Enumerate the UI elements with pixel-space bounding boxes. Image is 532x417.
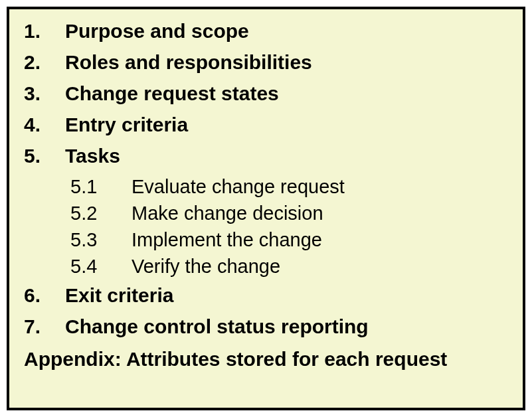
toc-subitem-label: Evaluate change request — [132, 177, 345, 197]
toc-appendix: Appendix: Attributes stored for each req… — [24, 348, 508, 371]
toc-subitem-label: Verify the change — [132, 257, 280, 276]
toc-item-number: 6. — [24, 286, 65, 305]
toc-subitem-5-4: 5.4 Verify the change — [70, 257, 508, 276]
toc-item-1: 1. Purpose and scope — [24, 21, 508, 41]
toc-item-2: 2. Roles and responsibilities — [24, 52, 508, 72]
toc-item-label: Change request states — [65, 84, 279, 104]
toc-item-label: Entry criteria — [65, 115, 188, 135]
toc-item-label: Exit criteria — [65, 286, 173, 305]
toc-item-number: 7. — [24, 317, 65, 337]
toc-item-label: Change control status reporting — [65, 317, 369, 337]
toc-subitem-number: 5.3 — [70, 230, 132, 250]
toc-subitem-label: Make change decision — [132, 204, 323, 223]
toc-subitem-label: Implement the change — [132, 230, 322, 250]
toc-item-number: 5. — [24, 146, 65, 166]
toc-subitem-5-3: 5.3 Implement the change — [70, 230, 508, 250]
toc-subitem-5-2: 5.2 Make change decision — [70, 204, 508, 223]
toc-item-number: 2. — [24, 52, 65, 72]
toc-item-number: 3. — [24, 84, 65, 104]
toc-item-3: 3. Change request states — [24, 84, 508, 104]
toc-subitem-5-1: 5.1 Evaluate change request — [70, 177, 508, 197]
toc-item-7: 7. Change control status reporting — [24, 317, 508, 337]
toc-list: 1. Purpose and scope 2. Roles and respon… — [24, 21, 508, 337]
toc-item-4: 4. Entry criteria — [24, 115, 508, 135]
toc-subitem-number: 5.2 — [70, 204, 132, 223]
toc-item-label: Purpose and scope — [65, 21, 249, 41]
toc-item-label: Tasks — [65, 146, 120, 166]
toc-item-5: 5. Tasks — [24, 146, 508, 166]
toc-item-number: 4. — [24, 115, 65, 135]
toc-subitem-number: 5.1 — [70, 177, 132, 197]
toc-item-label: Roles and responsibilities — [65, 52, 312, 72]
toc-panel: 1. Purpose and scope 2. Roles and respon… — [7, 7, 525, 410]
toc-item-6: 6. Exit criteria — [24, 286, 508, 305]
toc-item-number: 1. — [24, 21, 65, 41]
toc-sublist: 5.1 Evaluate change request 5.2 Make cha… — [70, 177, 508, 276]
toc-subitem-number: 5.4 — [70, 257, 132, 276]
